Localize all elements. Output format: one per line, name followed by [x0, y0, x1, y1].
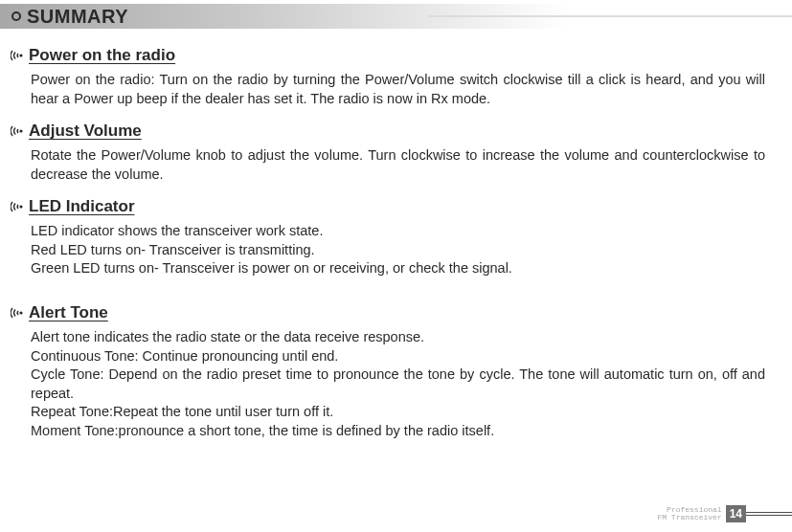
footer-line2: FM Transceiver	[657, 514, 721, 521]
section-body: LED indicator shows the transceiver work…	[29, 222, 765, 278]
body-line: Repeat Tone:Repeat the tone until user t…	[31, 403, 765, 422]
body-text: Power on the radio: Turn on the radio by…	[31, 71, 765, 108]
section-title: Adjust Volume	[29, 122, 142, 141]
body-text: Rotate the Power/Volume knob to adjust t…	[31, 146, 765, 184]
section-adjust-volume: Adjust Volume Rotate the Power/Volume kn…	[29, 122, 765, 184]
body-line: LED indicator shows the transceiver work…	[31, 222, 765, 241]
svg-point-1	[19, 130, 22, 133]
section-title: Alert Tone	[29, 303, 108, 322]
section-alert-tone: Alert Tone Alert tone indicates the radi…	[29, 303, 765, 440]
footer-rule	[746, 512, 792, 516]
section-body: Alert tone indicates the radio state or …	[29, 328, 765, 440]
page-number: 14	[726, 505, 746, 522]
section-head: LED Indicator	[29, 197, 765, 216]
page-header: SUMMARY	[0, 4, 792, 29]
svg-point-3	[19, 311, 22, 314]
body-line: Alert tone indicates the radio state or …	[31, 328, 765, 347]
section-head: Alert Tone	[29, 303, 765, 322]
bullet-icon	[11, 11, 21, 21]
section-title: LED Indicator	[29, 197, 135, 216]
content-area: Power on the radio Power on the radio: T…	[0, 29, 792, 440]
section-led-indicator: LED Indicator LED indicator shows the tr…	[29, 197, 765, 278]
section-power-on: Power on the radio Power on the radio: T…	[29, 46, 765, 108]
section-body: Power on the radio: Turn on the radio by…	[29, 71, 765, 108]
section-title: Power on the radio	[29, 46, 175, 65]
body-line: Moment Tone:pronounce a short tone, the …	[31, 422, 765, 441]
section-head: Adjust Volume	[29, 122, 765, 141]
page-title: SUMMARY	[27, 6, 128, 28]
signal-icon	[10, 48, 27, 63]
svg-point-0	[19, 54, 22, 56]
page-footer: Professional FM Transceiver 14	[657, 505, 792, 522]
svg-point-2	[19, 206, 22, 209]
signal-icon	[10, 199, 27, 214]
body-line: Continuous Tone: Continue pronouncing un…	[31, 347, 765, 366]
signal-icon	[10, 123, 27, 139]
body-line: Red LED turns on- Transceiver is transmi…	[31, 241, 765, 260]
footer-label: Professional FM Transceiver	[657, 506, 721, 522]
section-head: Power on the radio	[29, 46, 765, 65]
body-line: Green LED turns on- Transceiver is power…	[31, 259, 765, 278]
section-body: Rotate the Power/Volume knob to adjust t…	[29, 146, 765, 184]
header-rule	[428, 15, 792, 17]
body-line: Cycle Tone: Depend on the radio preset t…	[31, 366, 765, 403]
signal-icon	[10, 305, 27, 321]
